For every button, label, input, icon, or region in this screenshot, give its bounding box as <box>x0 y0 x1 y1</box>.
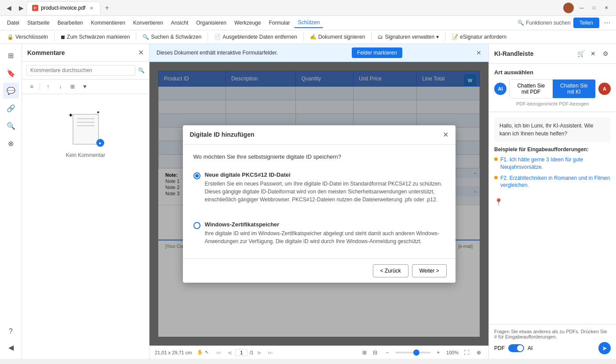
funktionen-suchen-btn[interactable]: 🔍 Funktionen suchen <box>518 20 570 26</box>
sidebar-home-icon[interactable]: ⊞ <box>3 47 19 63</box>
ai-cart-icon[interactable]: 🛒 <box>576 48 586 59</box>
close-btn[interactable]: ✕ <box>600 4 612 12</box>
sort-desc-icon[interactable]: ↓ <box>55 81 66 92</box>
pdf-toggle[interactable] <box>508 344 524 352</box>
sidebar-link-icon[interactable]: 🔗 <box>3 100 19 116</box>
form-bar-close-btn[interactable]: ✕ <box>476 49 481 56</box>
ai-panel-title: KI-Randleiste <box>494 50 533 57</box>
example-2[interactable]: F2. Erzähltechniken in Romanen und in Fi… <box>494 175 611 189</box>
radio-pkcs12[interactable] <box>193 172 200 179</box>
menu-startseite[interactable]: Startseite <box>24 18 53 28</box>
comments-search-icon[interactable]: 🔍 <box>138 67 145 73</box>
signieren-btn[interactable]: ✍ Dokument signieren <box>306 32 369 42</box>
expand-icon[interactable]: ⊞ <box>67 81 78 92</box>
example-1[interactable]: F1. Ich hätte gerne 3 Ideen für gute Neu… <box>494 156 611 171</box>
esign-icon: 📝 <box>452 34 458 40</box>
redact-icon: ◼ <box>61 34 65 40</box>
first-page-btn[interactable]: ⏮ <box>214 348 223 357</box>
no-comment-illustration: ✦ ✦ ✦ ● <box>68 112 103 147</box>
next-page-btn[interactable]: ▶ <box>255 348 264 357</box>
prev-page-btn[interactable]: ◀ <box>225 348 233 357</box>
sidebar-layers-icon[interactable]: ⊗ <box>3 135 19 151</box>
hidden-data-icon: 📄 <box>214 34 221 40</box>
filter2-icon[interactable]: ▼ <box>80 81 90 92</box>
fit-page-btn[interactable]: ⊞ <box>360 348 369 357</box>
sort-asc-icon[interactable]: ↑ <box>43 81 53 92</box>
browser-forward[interactable]: ▶ <box>16 3 26 13</box>
suchen-btn[interactable]: 🔍 Suchen & Schwärzen <box>139 32 205 42</box>
ausgeblendet-btn[interactable]: 📄 Ausgeblendete Daten entfernen <box>211 32 300 42</box>
zoom-out-btn[interactable]: − <box>383 348 392 357</box>
sidebar-comments-icon[interactable]: 💬 <box>3 83 19 98</box>
status-right: ⊞ ⊟ − + 100% ⛶ ⊕ <box>360 348 483 357</box>
pdf-label: PDF <box>494 345 505 351</box>
comments-panel-close[interactable]: ✕ <box>138 48 144 57</box>
main-toolbar: Datei Startseite Bearbeiten Kommentieren… <box>0 16 616 44</box>
digital-id-dialog: Digitale ID hinzufügen ✕ Wo möchten Sie … <box>183 125 456 283</box>
art-select-title: Art auswählen <box>494 69 611 76</box>
minimize-btn[interactable]: — <box>576 4 588 12</box>
sidebar-collapse-icon[interactable]: ◀ <box>3 339 19 355</box>
menu-schuetzen[interactable]: Schützen <box>294 18 323 28</box>
page-dimensions: 21,01 x 29,71 cm <box>155 350 192 355</box>
dialog-close-btn[interactable]: ✕ <box>443 131 448 139</box>
teilen-button[interactable]: Teilen <box>573 18 599 28</box>
browser-tab[interactable]: F product-invoice.pdf ✕ <box>26 1 101 15</box>
more-options-btn[interactable]: ⋯ <box>602 18 612 28</box>
tab-close-btn[interactable]: ✕ <box>88 4 95 11</box>
next-button[interactable]: Weiter > <box>412 264 447 277</box>
art-select-row: AI Chatten Sie mit PDF Chatten Sie mit K… <box>494 79 611 98</box>
view-mode-btns: ⊞ ⊟ <box>360 348 379 357</box>
esignatur-btn[interactable]: 📝 eSignatur anfordern <box>448 32 510 42</box>
more-view-btn[interactable]: ⊕ <box>474 348 483 357</box>
menu-werkzeuge[interactable]: Werkzeuge <box>231 18 264 28</box>
example-text-1: F1. Ich hätte gerne 3 Ideen für gute Neu… <box>500 156 611 171</box>
zoom-in-btn[interactable]: + <box>434 348 443 357</box>
send-btn[interactable]: ➤ <box>598 342 611 354</box>
menu-datei[interactable]: Datei <box>4 18 23 28</box>
no-comment-label: Kein Kommentar <box>66 152 105 158</box>
menu-formular[interactable]: Formular <box>265 18 293 28</box>
filter-icon[interactable]: ≡ <box>26 81 37 92</box>
back-button[interactable]: < Zurück <box>373 264 408 277</box>
menu-kommentieren[interactable]: Kommentieren <box>87 18 129 28</box>
cursor-tool[interactable]: ✋ ↖ <box>197 349 209 355</box>
radio-option-pkcs12[interactable]: Neue digitale PKCS#12 ID-Datei Erstellen… <box>193 167 445 208</box>
menu-bar: Datei Startseite Bearbeiten Kommentieren… <box>0 16 616 30</box>
menu-bearbeiten[interactable]: Bearbeiten <box>54 18 87 28</box>
chat-ki-btn[interactable]: Chatten Sie mit KI <box>553 80 596 98</box>
zoom-slider[interactable] <box>395 352 430 353</box>
schwarzen-btn[interactable]: ◼ Zum Schwärzen markieren <box>57 32 133 42</box>
art-select: Art auswählen AI Chatten Sie mit PDF Cha… <box>489 64 616 112</box>
chat-area: Hallo, ich bin Lumi, Ihr KI-Assistent. W… <box>489 112 616 324</box>
ai-hint-text: Fragen Sie etwas anderes als zu PDFs. Dr… <box>494 329 611 339</box>
dialog-overlay: Digitale ID hinzufügen ✕ Wo möchten Sie … <box>149 62 488 346</box>
signaturen-btn[interactable]: 🗂 Signaturen verwalten ▾ <box>374 32 442 42</box>
radio-option-windows[interactable]: Windows-Zertifikatspeicher Ihre digitale… <box>193 217 445 250</box>
fit-width-btn[interactable]: ⊟ <box>371 348 379 357</box>
sidebar-bookmark-icon[interactable]: 🔖 <box>3 65 19 81</box>
chat-pdf-btn[interactable]: Chatten Sie mit PDF <box>510 80 553 98</box>
new-tab-btn[interactable]: + <box>101 2 113 14</box>
menu-organisieren[interactable]: Organisieren <box>193 18 230 28</box>
fullscreen-btn[interactable]: ⛶ <box>462 348 471 357</box>
mark-fields-btn[interactable]: Felder markieren <box>352 47 402 58</box>
radio-windows[interactable] <box>193 222 200 229</box>
last-page-btn[interactable]: ⏭ <box>266 348 275 357</box>
browser-back[interactable]: ◀ <box>4 3 14 13</box>
sidebar-search-icon[interactable]: 🔍 <box>3 118 19 134</box>
comments-search-input[interactable] <box>26 65 135 76</box>
ai-hint-content: Fragen Sie etwas anderes als zu PDFs. Dr… <box>494 329 611 339</box>
comments-search-box: 🔍 <box>22 62 149 80</box>
menu-ansicht[interactable]: Ansicht <box>168 18 192 28</box>
profile-avatar <box>563 3 574 13</box>
page-number-input[interactable] <box>235 349 248 356</box>
menu-konvertieren[interactable]: Konvertieren <box>130 18 167 28</box>
dropdown-arrow-icon: ▾ <box>436 34 439 40</box>
verschluesseln-btn[interactable]: 🔒 Verschlüsseln <box>4 32 51 42</box>
radio-pkcs12-label: Neue digitale PKCS#12 ID-Datei <box>205 171 445 178</box>
sidebar-help-icon[interactable]: ? <box>3 324 19 339</box>
ai-close-icon[interactable]: ✕ <box>588 48 598 59</box>
maximize-btn[interactable]: □ <box>588 4 600 12</box>
ai-settings-icon[interactable]: ⚙ <box>600 48 611 59</box>
